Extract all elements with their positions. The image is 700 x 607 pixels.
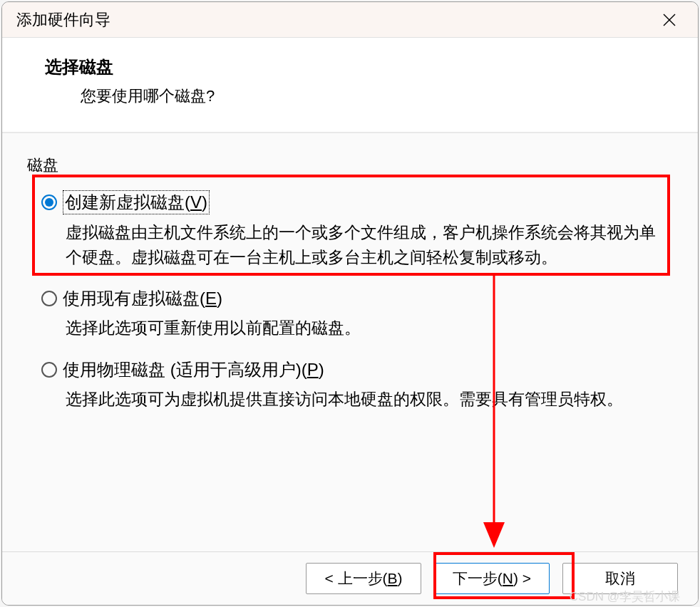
titlebar: 添加硬件向导: [2, 2, 698, 38]
option-create-new-disk[interactable]: 创建新虚拟磁盘(V) 虚拟磁盘由主机文件系统上的一个或多个文件组成，客户机操作系…: [41, 190, 659, 269]
radio-create-new-disk[interactable]: [41, 194, 57, 210]
close-button[interactable]: [655, 6, 684, 34]
back-button[interactable]: < 上一步(B): [306, 563, 421, 594]
option-use-physical-disk[interactable]: 使用物理磁盘 (适用于高级用户)(P) 选择此选项可为虚拟机提供直接访问本地硬盘…: [41, 358, 659, 412]
cancel-button[interactable]: 取消: [562, 563, 678, 594]
option-label: 使用现有虚拟磁盘(E): [63, 287, 222, 310]
option-label: 使用物理磁盘 (适用于高级用户)(P): [63, 358, 324, 381]
content-area: 磁盘 创建新虚拟磁盘(V) 虚拟磁盘由主机文件系统上的一个或多个文件组成，客户机…: [2, 133, 698, 551]
option-description: 选择此选项可重新使用以前配置的磁盘。: [66, 316, 659, 341]
button-bar: < 上一步(B) 下一步(N) > 取消: [2, 551, 698, 605]
next-button[interactable]: 下一步(N) >: [434, 563, 550, 594]
group-label: 磁盘: [27, 155, 676, 176]
radio-use-physical-disk[interactable]: [41, 362, 57, 378]
window-title: 添加硬件向导: [16, 9, 110, 31]
radio-use-existing-disk[interactable]: [41, 291, 57, 306]
disk-options-group: 创建新虚拟磁盘(V) 虚拟磁盘由主机文件系统上的一个或多个文件组成，客户机操作系…: [24, 183, 676, 443]
page-subtitle: 您要使用哪个磁盘?: [81, 85, 655, 107]
option-use-existing-disk[interactable]: 使用现有虚拟磁盘(E) 选择此选项可重新使用以前配置的磁盘。: [41, 287, 659, 341]
option-label: 创建新虚拟磁盘(V): [63, 190, 210, 214]
page-title: 选择磁盘: [45, 56, 655, 78]
wizard-header: 选择磁盘 您要使用哪个磁盘?: [2, 38, 698, 133]
option-description: 选择此选项可为虚拟机提供直接访问本地硬盘的权限。需要具有管理员特权。: [66, 387, 659, 412]
add-hardware-wizard-dialog: 添加硬件向导 选择磁盘 您要使用哪个磁盘? 磁盘 创建新虚拟磁盘(V) 虚拟磁盘…: [1, 1, 699, 606]
close-icon: [662, 13, 676, 27]
option-description: 虚拟磁盘由主机文件系统上的一个或多个文件组成，客户机操作系统会将其视为单个硬盘。…: [66, 220, 659, 269]
